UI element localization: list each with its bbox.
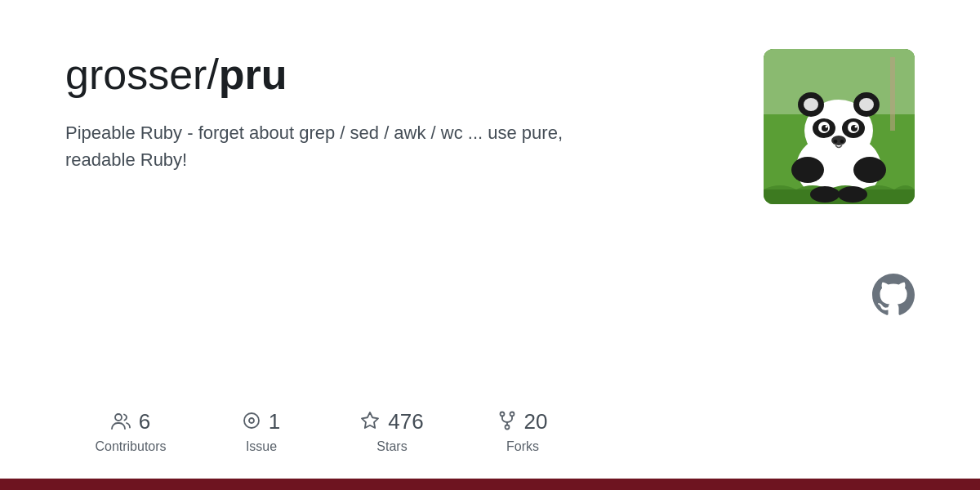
svg-point-20 [791, 157, 824, 183]
left-section: grosser/pru Pipeable Ruby - forget about… [65, 49, 731, 173]
forks-label: Forks [506, 439, 539, 454]
panda-image [764, 49, 915, 204]
svg-point-15 [826, 126, 828, 128]
stat-issues-top: 1 [243, 409, 280, 434]
svg-point-17 [831, 136, 846, 145]
stat-forks-top: 20 [498, 409, 548, 434]
svg-point-25 [244, 413, 259, 428]
issues-icon [243, 412, 261, 433]
stat-forks[interactable]: 20 Forks [457, 409, 588, 454]
stars-label: Stars [376, 439, 407, 454]
svg-point-26 [249, 418, 254, 423]
svg-point-19 [840, 140, 844, 143]
repo-title: grosser/pru [65, 49, 731, 100]
main-content: grosser/pru Pipeable Ruby - forget about… [0, 0, 980, 385]
repo-name: pru [219, 51, 287, 98]
contributors-label: Contributors [95, 439, 166, 454]
svg-point-24 [838, 186, 867, 203]
svg-point-18 [834, 140, 838, 143]
forks-icon [498, 411, 516, 434]
stat-issues[interactable]: 1 Issue [196, 409, 327, 454]
svg-rect-2 [890, 57, 895, 131]
svg-point-23 [810, 186, 840, 203]
bottom-bar [0, 479, 980, 490]
stat-contributors-top: 6 [111, 409, 150, 434]
svg-point-16 [855, 126, 858, 128]
stat-contributors[interactable]: 6 Contributors [65, 409, 196, 454]
repo-owner: grosser [65, 51, 207, 98]
svg-point-8 [859, 98, 874, 111]
stars-icon [360, 411, 380, 433]
svg-point-7 [804, 98, 818, 111]
contributors-count: 6 [139, 409, 150, 434]
stats-bar: 6 Contributors 1 Issue 476 Stars [0, 385, 980, 479]
issues-label: Issue [246, 439, 277, 454]
stars-count: 476 [388, 409, 423, 434]
stat-stars-top: 476 [360, 409, 423, 434]
right-section [764, 49, 915, 204]
svg-marker-27 [362, 412, 378, 428]
issues-count: 1 [269, 409, 280, 434]
contributors-icon [111, 412, 131, 433]
repo-description: Pipeable Ruby - forget about grep / sed … [65, 119, 637, 173]
repo-separator: / [207, 51, 218, 98]
forks-count: 20 [524, 409, 548, 434]
svg-point-21 [853, 157, 886, 183]
stat-stars[interactable]: 476 Stars [327, 409, 457, 454]
github-logo-corner[interactable] [872, 274, 915, 319]
